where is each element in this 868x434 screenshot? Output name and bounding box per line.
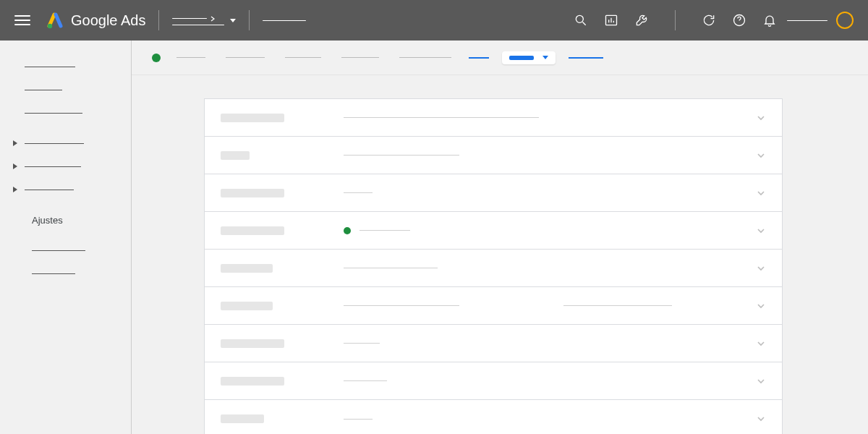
svg-line-2 [583,22,586,25]
sidebar-item-label [25,90,62,90]
value-line [344,155,459,156]
date-range-selector[interactable] [502,51,556,64]
row-value [344,343,756,344]
notifications-icon[interactable] [762,13,777,27]
tab-item[interactable] [341,57,379,58]
row-label [221,226,284,235]
chevron-right-icon [210,16,216,22]
campaign-breadcrumb[interactable] [263,20,306,21]
row-label [221,377,284,386]
sidebar-item-label [25,143,84,144]
settings-row[interactable] [205,99,782,137]
chevron-down-icon [756,226,766,236]
sidebar-item[interactable] [13,55,131,78]
help-icon[interactable] [732,13,746,27]
value-line [344,343,380,344]
google-ads-logo-icon [46,12,64,29]
account-area[interactable] [787,12,854,29]
chevron-down-icon [756,376,766,386]
sidebar-item-label [32,250,85,251]
settings-row[interactable] [205,137,782,174]
row-label [221,264,273,273]
chevron-down-icon [756,414,766,424]
divider [675,10,676,30]
sidebar-item[interactable] [13,239,131,262]
value-line [563,305,672,306]
caret-right-icon [13,140,17,146]
pill-fill [509,56,534,60]
row-label [221,189,284,197]
caret-right-icon [13,163,17,169]
svg-point-1 [576,15,583,22]
settings-row[interactable] [205,325,782,362]
value-line [344,192,373,193]
sidebar-item-label: Ajustes [32,215,63,226]
caret-right-icon [13,187,17,192]
settings-row[interactable] [205,174,782,212]
settings-row[interactable] [205,400,782,434]
svg-point-0 [48,24,52,28]
settings-row[interactable] [205,250,782,287]
tab-item[interactable] [285,57,321,58]
tools-icon[interactable] [634,13,649,27]
status-dot-icon [152,54,161,62]
tab-link[interactable] [569,57,603,59]
row-label [221,414,264,423]
value-line [344,117,539,118]
caret-down-icon [230,19,236,22]
row-value [344,155,756,156]
sidebar-item[interactable] [13,155,131,178]
sidebar: Ajustes [0,41,132,434]
chevron-down-icon [756,301,766,311]
value-line [344,305,459,306]
account-selector[interactable] [172,16,236,25]
caret-down-icon [542,56,548,59]
sidebar-item-settings[interactable]: Ajustes [13,208,131,231]
row-label [221,114,284,122]
tab-bar [132,41,868,75]
chevron-down-icon [756,263,766,273]
brand-logo[interactable]: Google Ads [46,12,145,29]
settings-panel [204,98,783,434]
row-label [221,151,250,160]
tab-item[interactable] [399,57,451,58]
sidebar-item[interactable] [13,78,131,101]
value-line [359,230,410,231]
settings-panel-wrap [132,75,868,434]
row-value [344,268,756,268]
tab-link[interactable] [469,57,489,59]
divider [249,10,250,30]
chevron-down-icon [756,150,766,161]
settings-row[interactable] [205,212,782,250]
sidebar-item[interactable] [13,132,131,155]
row-value [344,305,756,306]
menu-icon[interactable] [14,12,30,28]
row-value [344,227,756,234]
sidebar-item-label [25,190,74,190]
tab-item[interactable] [176,57,205,58]
value-line [344,380,387,381]
chevron-down-icon [756,113,766,123]
search-icon[interactable] [574,13,588,27]
sidebar-item-label [25,166,81,167]
refresh-icon[interactable] [702,13,716,27]
row-value [344,117,756,118]
sidebar-item[interactable] [13,101,131,124]
sidebar-item[interactable] [13,178,131,201]
brand-text: Google Ads [71,12,145,29]
value-line [344,419,373,420]
tab-item[interactable] [226,57,265,58]
header-tools [574,10,777,30]
row-label [221,339,284,348]
sidebar-item-label [25,113,82,114]
reports-icon[interactable] [604,13,618,27]
app-header: Google Ads [0,0,868,41]
row-label [221,302,273,310]
sidebar-item[interactable] [13,262,131,285]
avatar-ring-icon [836,12,854,29]
row-value [344,192,756,193]
settings-row[interactable] [205,287,782,325]
settings-row[interactable] [205,362,782,400]
chevron-down-icon [756,339,766,349]
row-value [344,380,756,381]
